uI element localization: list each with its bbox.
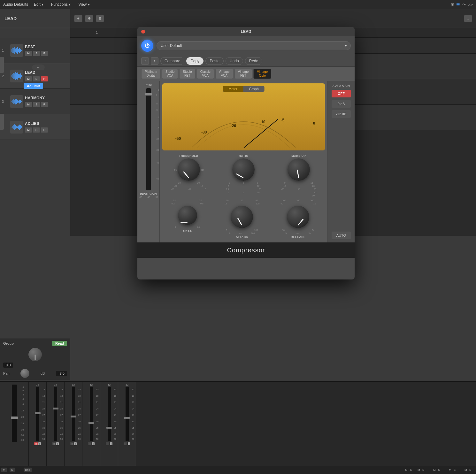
add-track-button[interactable]: + — [74, 15, 82, 22]
track-4-record[interactable]: R — [41, 127, 48, 133]
bottom-ms-right: M S — [403, 468, 413, 472]
undo-button[interactable]: Undo — [226, 57, 243, 65]
track-3-mute[interactable]: M — [25, 102, 32, 107]
track-3-solo[interactable]: S — [33, 102, 40, 107]
ch3-fader-handle[interactable] — [71, 416, 76, 417]
main-volume-knob[interactable] — [28, 348, 42, 361]
download-button[interactable]: ↓ — [464, 15, 472, 22]
paste-button[interactable]: Paste — [205, 57, 224, 65]
track-3-record[interactable]: R — [41, 102, 48, 107]
ch6-fader-handle[interactable] — [124, 417, 130, 419]
ch3-r-btn[interactable]: R — [70, 442, 73, 445]
track-number-3: 3 — [2, 100, 8, 103]
channel-strip-3: 12 15 18 21 24 27 30 35 40 50 R I — [65, 382, 82, 474]
knee-knob[interactable] — [178, 206, 197, 225]
read-badge[interactable]: Read — [52, 341, 67, 346]
graph-toggle-btn[interactable]: Graph — [243, 86, 265, 92]
ch2-fader-handle[interactable] — [53, 408, 58, 409]
power-icon: ⏻ — [145, 43, 150, 49]
input-gain-handle[interactable] — [145, 93, 152, 96]
power-button[interactable]: ⏻ — [141, 40, 153, 52]
auto-gain-0db-button[interactable]: 0 dB — [332, 100, 351, 108]
tab-studio-vca[interactable]: StudioVCA — [162, 69, 178, 79]
ch3-i-btn[interactable]: I — [74, 442, 77, 445]
auto-gain-off-button[interactable]: OFF — [332, 90, 351, 97]
tab-vintage-fet[interactable]: VintageFET — [234, 69, 252, 79]
s-button[interactable]: S — [96, 15, 104, 22]
nav-forward-button[interactable]: › — [151, 57, 158, 65]
attack-knob[interactable] — [231, 206, 253, 228]
ch5-r-btn[interactable]: R — [106, 442, 109, 445]
ch3-fader-track[interactable]: 15 18 21 24 27 30 35 40 50 — [72, 387, 75, 441]
more-icon[interactable]: >> — [468, 2, 473, 7]
main-fader-handle[interactable] — [11, 417, 18, 419]
threshold-knob[interactable] — [178, 158, 200, 181]
window-close-button[interactable] — [141, 30, 145, 34]
ch4-r-btn[interactable]: R — [88, 442, 91, 445]
ch5-fader-track[interactable]: 15 18 21 24 27 30 35 40 50 — [108, 387, 111, 441]
link-icon[interactable]: ∞ — [32, 65, 45, 70]
track-3-waveform — [10, 95, 23, 108]
ch4-fader-track[interactable]: 15 18 21 24 27 30 35 40 50 — [90, 387, 93, 441]
timeline-toolbar-area: + ⊕ S ↓ — [70, 9, 476, 28]
wave-icon[interactable]: 〜 — [462, 2, 466, 7]
release-knob[interactable] — [287, 206, 309, 228]
svg-rect-29 — [18, 101, 19, 103]
track-1-solo[interactable]: S — [33, 51, 40, 56]
adlimit-badge[interactable]: AdLimit — [24, 83, 43, 89]
tab-vintage-opto[interactable]: VintageOpto — [253, 69, 271, 79]
ch6-fader-track[interactable]: 15 18 21 24 27 30 35 40 50 — [126, 387, 129, 441]
list-icon[interactable]: ☰ — [456, 2, 460, 7]
pan-knob[interactable] — [20, 369, 29, 378]
grid-icon[interactable]: ⊞ — [451, 2, 454, 7]
ch4-i-btn[interactable]: I — [92, 442, 95, 445]
track-1-record[interactable]: R — [41, 51, 48, 56]
auto-btn[interactable]: AUTO — [332, 232, 351, 239]
ch2-r-btn[interactable]: R — [52, 442, 56, 445]
menu-view[interactable]: View ▾ — [76, 2, 91, 7]
input-gain-column: -∞ dB +3 0 -6 -9 -12 -18 -24 -30 -40 -60… — [137, 81, 160, 242]
ch2-fader-track[interactable]: 15 18 21 24 27 30 35 40 50 — [54, 387, 57, 441]
redo-button[interactable]: Redo — [245, 57, 263, 65]
copy-button[interactable]: Copy — [186, 57, 203, 65]
ch5-fader-handle[interactable] — [106, 427, 112, 429]
meter-toggle-btn[interactable]: Meter — [223, 86, 243, 92]
track-4-mute[interactable]: M — [25, 127, 32, 133]
bottom-m-btn[interactable]: M — [1, 468, 7, 472]
ch5-i-btn[interactable]: I — [110, 442, 112, 445]
compare-button[interactable]: Compare — [160, 57, 184, 65]
track-1-mute[interactable]: M — [25, 51, 32, 56]
tab-vintage-vca[interactable]: VintageVCA — [215, 69, 233, 79]
menu-edit[interactable]: Edit ▾ — [32, 2, 45, 7]
main-fader-track[interactable]: 3 0 -3 -6 -9 -15 -20 -25 -30 -50 -60 — [12, 385, 17, 442]
copy-track-button[interactable]: ⊕ — [85, 15, 93, 22]
nav-back-button[interactable]: ‹ — [141, 57, 149, 65]
fx-strip-2 — [0, 114, 4, 130]
makeup-knob[interactable] — [288, 158, 310, 181]
track-2-mute[interactable]: M — [25, 76, 32, 81]
track-2-solo[interactable]: S — [33, 76, 40, 81]
ch2-i-btn[interactable]: I — [56, 442, 59, 445]
bottom-bnc-btn[interactable]: Bnc — [24, 468, 32, 472]
track-2-record[interactable]: R — [41, 76, 48, 81]
ch4-fader-handle[interactable] — [88, 422, 94, 424]
plugin-title: LEAD — [241, 29, 251, 34]
auto-gain-12db-button[interactable]: -12 dB — [332, 110, 351, 118]
ch1-fader-handle[interactable] — [35, 412, 41, 414]
tab-studio-fet[interactable]: StudioFET — [179, 69, 195, 79]
tab-platinum-digital[interactable]: PlatinumDigital — [141, 69, 161, 79]
ch1-fader-track[interactable]: 15 18 21 24 27 30 35 40 50 — [36, 387, 39, 441]
input-gain-fader[interactable]: +3 0 -6 -9 -12 -18 -24 -30 -40 -60 — [146, 88, 151, 190]
bottom-s-btn[interactable]: S — [10, 468, 15, 472]
ch1-r-btn[interactable]: R — [34, 442, 38, 445]
ratio-knob[interactable] — [232, 158, 255, 181]
ch6-r-btn[interactable]: R — [124, 442, 127, 445]
threshold-knob-indicator — [183, 171, 189, 178]
menu-functions[interactable]: Functions ▾ — [49, 2, 73, 7]
preset-dropdown[interactable]: User Default ▾ — [157, 41, 351, 50]
tab-classic-vca[interactable]: ClassicVCA — [197, 69, 214, 79]
vu-arc-svg — [162, 93, 325, 150]
ch1-i-btn[interactable]: I — [38, 442, 41, 445]
ch6-i-btn[interactable]: I — [128, 442, 130, 445]
track-4-solo[interactable]: S — [33, 127, 40, 133]
